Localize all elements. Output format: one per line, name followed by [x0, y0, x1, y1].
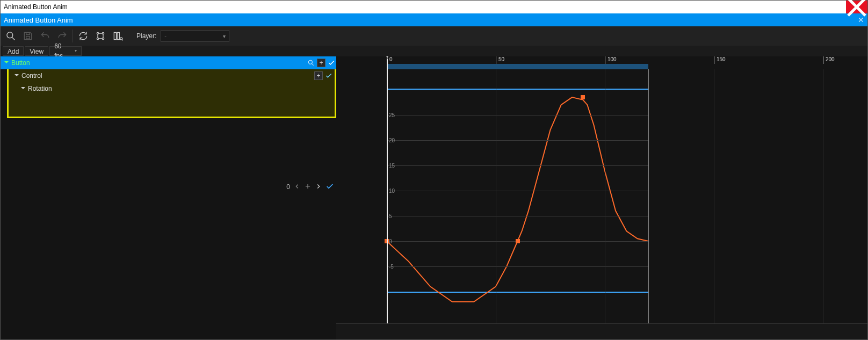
playhead-handle-icon[interactable]	[384, 56, 390, 58]
track-group-highlight: Control + Rotation	[7, 69, 336, 118]
keyframe-handle[interactable]	[581, 95, 585, 99]
expand-icon[interactable]	[4, 59, 9, 67]
svg-point-4	[102, 32, 104, 34]
svg-point-3	[97, 32, 98, 34]
y-axis-label: 10	[389, 188, 395, 194]
key-enabled-check-icon[interactable]	[326, 182, 334, 192]
graph-area[interactable]: -50510152025	[387, 90, 648, 292]
undo-icon[interactable]	[37, 28, 53, 44]
graph-editor-icon[interactable]	[92, 28, 108, 44]
player-select[interactable]: - ▾	[161, 30, 229, 42]
svg-line-10	[312, 64, 314, 66]
grid-hline	[387, 191, 648, 191]
grid-vline	[496, 69, 496, 323]
track-add-icon[interactable]: +	[317, 59, 326, 67]
timeline-panel[interactable]: 050100150200 -50510152025	[336, 56, 867, 339]
svg-line-8	[122, 40, 123, 41]
playhead[interactable]	[387, 59, 388, 323]
app-titlebar[interactable]: Animated Button Anim ✕	[1, 13, 867, 26]
fps-select[interactable]: 60 fps ▾	[49, 46, 82, 56]
svg-point-9	[308, 60, 312, 64]
panel-close-icon[interactable]: ✕	[858, 16, 864, 24]
chevron-down-icon: ▾	[223, 33, 226, 39]
y-axis-label: -5	[389, 264, 394, 270]
ruler-tick	[823, 56, 823, 64]
ruler-tick-label: 50	[497, 56, 504, 62]
animation-name-label: Animated Button Anim	[4, 16, 73, 24]
ruler-tick	[605, 56, 605, 64]
svg-point-6	[102, 38, 104, 39]
track-rotation-label: Rotation	[28, 85, 52, 92]
toolbar-separator	[73, 30, 73, 42]
region-end-line	[648, 69, 649, 323]
save-icon[interactable]	[20, 28, 36, 44]
y-axis-label: 5	[389, 213, 392, 219]
sub-toolbar: Add View 60 fps ▾	[1, 46, 867, 56]
grid-vline	[823, 69, 823, 323]
keyframe-handle[interactable]	[516, 239, 520, 243]
track-add-icon[interactable]: +	[314, 71, 323, 80]
track-control-label: Control	[21, 72, 42, 79]
grid-vline	[714, 69, 714, 323]
region-line-bottom	[387, 292, 648, 293]
grid-vline	[605, 69, 605, 323]
track-search-icon[interactable]	[306, 58, 316, 68]
svg-rect-2	[26, 37, 30, 39]
ruler-tick-label: 150	[715, 56, 726, 62]
grid-hline	[387, 140, 648, 141]
y-axis-label: 15	[389, 163, 395, 169]
y-axis-label: 0	[389, 238, 392, 244]
key-nav-row: 0	[1, 180, 336, 193]
search-icon[interactable]	[3, 28, 19, 44]
prev-key-icon[interactable]	[293, 183, 301, 192]
y-axis-label: 25	[389, 112, 395, 118]
y-axis-label: 20	[389, 138, 395, 143]
insert-key-icon[interactable]	[304, 183, 312, 192]
chevron-down-icon: ▾	[75, 46, 77, 56]
add-track-button[interactable]: Add	[3, 46, 24, 56]
grid-hline	[387, 165, 648, 166]
svg-point-0	[7, 32, 13, 38]
key-nav-value: 0	[286, 183, 290, 191]
track-root-button[interactable]: Button +	[1, 56, 336, 69]
grid-hline	[387, 266, 648, 267]
expand-icon[interactable]	[14, 72, 19, 79]
library-icon[interactable]	[110, 28, 126, 44]
player-select-value: -	[164, 33, 167, 39]
os-window-title: Animated Button Anim	[4, 3, 68, 11]
track-rotation[interactable]: Rotation	[9, 82, 335, 95]
svg-line-1	[12, 38, 15, 40]
expand-icon[interactable]	[20, 85, 26, 92]
view-menu-button[interactable]: View	[25, 46, 48, 56]
svg-point-5	[97, 38, 98, 39]
window-close-button[interactable]	[846, 1, 867, 13]
track-control[interactable]: Control +	[9, 69, 335, 82]
grid-hline	[387, 216, 648, 216]
track-visible-check-icon[interactable]	[324, 71, 334, 81]
loop-icon[interactable]	[75, 28, 91, 44]
curve-editor[interactable]: -50510152025	[336, 69, 867, 323]
timeline-region-header	[387, 64, 648, 69]
os-titlebar: Animated Button Anim	[1, 1, 867, 13]
track-panel: Button + Control +	[1, 56, 336, 339]
ruler-tick	[496, 56, 496, 64]
track-visible-check-icon[interactable]	[327, 58, 336, 68]
timeline-footer	[336, 323, 867, 339]
player-label: Player:	[136, 32, 156, 40]
next-key-icon[interactable]	[315, 183, 322, 192]
grid-hline	[387, 115, 648, 115]
ruler-tick	[714, 56, 714, 64]
ruler-tick-label: 200	[824, 56, 835, 62]
svg-point-7	[120, 38, 122, 40]
track-root-label: Button	[11, 59, 30, 67]
ruler-tick-label: 100	[606, 56, 617, 62]
main-toolbar: Player: - ▾	[1, 26, 867, 46]
